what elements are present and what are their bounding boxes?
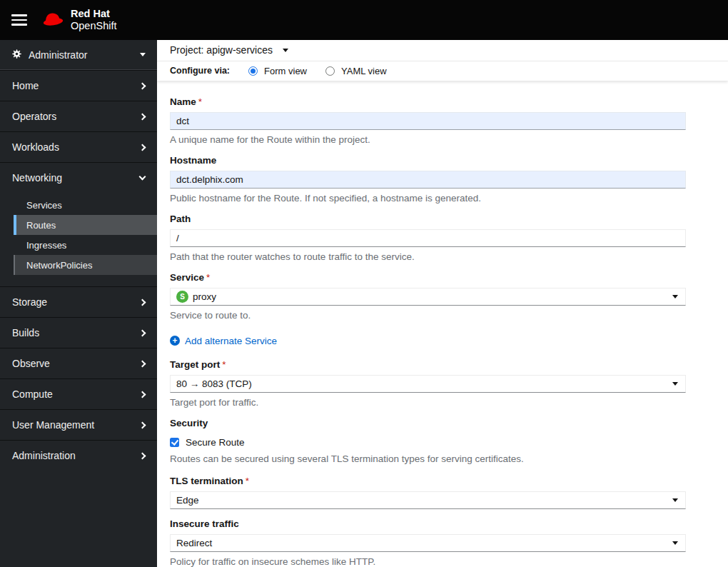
route-form: Name* dct A unique name for the Route wi…	[157, 81, 728, 567]
service-field-group: Service* S proxy Service to route to.	[170, 272, 686, 321]
sidebar-item-workloads[interactable]: Workloads	[0, 131, 157, 162]
service-value: proxy	[193, 291, 216, 302]
tls-termination-select[interactable]: Edge	[170, 491, 686, 509]
plus-circle-icon: +	[170, 336, 180, 346]
service-badge-icon: S	[176, 291, 188, 303]
caret-down-icon	[672, 498, 678, 502]
caret-down-icon	[672, 541, 678, 545]
sidebar-item-routes[interactable]: Routes	[14, 215, 157, 235]
sidebar-item-operators[interactable]: Operators	[0, 101, 157, 131]
service-label: Service*	[170, 272, 686, 284]
perspective-switcher[interactable]: Administrator	[0, 40, 157, 70]
tls-termination-field-group: TLS termination* Edge	[170, 476, 686, 509]
perspective-label: Administrator	[29, 49, 87, 61]
sidebar-item-networkpolicies[interactable]: NetworkPolicies	[14, 255, 157, 275]
name-value: dct	[176, 116, 189, 126]
chevron-right-icon	[139, 298, 146, 306]
target-port-value: 80 → 8083 (TCP)	[176, 378, 252, 389]
path-field-group: Path / Path that the router watches to r…	[170, 214, 686, 263]
sidebar-item-label: NetworkPolicies	[26, 260, 92, 271]
required-marker: *	[222, 359, 226, 370]
sidebar-item-observe[interactable]: Observe	[0, 348, 157, 378]
service-select[interactable]: S proxy	[170, 288, 686, 306]
required-marker: *	[246, 476, 249, 486]
chevron-down-icon	[139, 174, 146, 181]
sidebar-item-user-management[interactable]: User Management	[0, 409, 157, 440]
project-label: Project: apigw-services	[170, 44, 273, 56]
caret-down-icon	[672, 295, 678, 298]
radio-selected-icon	[248, 66, 258, 76]
chevron-right-icon	[139, 421, 146, 428]
hostname-field-group: Hostname dct.delphix.com Public hostname…	[170, 155, 686, 204]
radio-unselected-icon	[325, 66, 335, 76]
sidebar-item-label: Routes	[26, 220, 56, 231]
add-alternate-service-label: Add alternate Service	[185, 336, 277, 346]
radio-label: YAML view	[341, 66, 387, 76]
insecure-traffic-helper: Policy for traffic on insecure schemes l…	[170, 556, 686, 567]
main-content: Project: apigw-services Configure via: F…	[157, 40, 728, 567]
yaml-view-radio[interactable]: YAML view	[325, 66, 387, 76]
hostname-input[interactable]: dct.delphix.com	[170, 171, 686, 189]
sidebar-item-label: Workloads	[12, 141, 59, 153]
sidebar-item-compute[interactable]: Compute	[0, 378, 157, 409]
path-label: Path	[170, 214, 686, 225]
insecure-traffic-value: Redirect	[176, 538, 212, 548]
configure-via-label: Configure via:	[170, 66, 230, 76]
security-section: Security Secure Route Routes can be secu…	[170, 418, 686, 465]
sidebar-item-services[interactable]: Services	[14, 195, 157, 215]
masthead: Red Hat OpenShift	[0, 0, 728, 40]
tls-termination-value: Edge	[176, 495, 199, 506]
name-helper: A unique name for the Route within the p…	[170, 134, 686, 146]
sidebar-item-label: Home	[12, 80, 39, 91]
sidebar-item-networking[interactable]: Networking	[0, 162, 157, 193]
insecure-traffic-field-group: Insecure traffic Redirect Policy for tra…	[170, 518, 686, 567]
sidebar-item-label: Ingresses	[26, 240, 66, 251]
radio-label: Form view	[264, 66, 307, 76]
secure-route-checkbox[interactable]: Secure Route	[170, 437, 686, 448]
sidebar-item-builds[interactable]: Builds	[0, 317, 157, 348]
sidebar-item-label: User Management	[12, 419, 94, 431]
sidebar-item-label: Observe	[12, 358, 50, 369]
path-helper: Path that the router watches to route tr…	[170, 251, 686, 263]
hostname-helper: Public hostname for the Route. If not sp…	[170, 193, 686, 204]
sidebar-item-label: Builds	[12, 327, 39, 338]
checkbox-checked-icon	[170, 438, 179, 447]
sidebar-item-administration[interactable]: Administration	[0, 440, 157, 471]
chevron-right-icon	[139, 391, 146, 398]
cogs-icon	[11, 49, 22, 61]
networking-subnav: Services Routes Ingresses NetworkPolicie…	[0, 193, 157, 286]
service-helper: Service to route to.	[170, 310, 686, 321]
insecure-traffic-select[interactable]: Redirect	[170, 534, 686, 552]
chevron-right-icon	[139, 82, 146, 89]
path-input[interactable]: /	[170, 229, 686, 247]
sidebar-item-label: Services	[26, 200, 62, 211]
target-port-label: Target port*	[170, 359, 686, 371]
caret-down-icon	[672, 382, 678, 386]
tls-termination-label: TLS termination*	[170, 476, 686, 487]
hamburger-menu-icon[interactable]	[11, 14, 27, 26]
sidebar-item-label: Compute	[12, 388, 53, 400]
sidebar-item-label: Networking	[12, 172, 62, 184]
security-label: Security	[170, 418, 686, 429]
insecure-traffic-label: Insecure traffic	[170, 518, 686, 530]
brand-line1: Red Hat	[71, 8, 117, 20]
add-alternate-service-link[interactable]: + Add alternate Service	[170, 336, 686, 346]
name-input[interactable]: dct	[170, 112, 686, 130]
secure-route-label: Secure Route	[186, 437, 245, 448]
sidebar-item-label: Operators	[12, 111, 56, 122]
sidebar-item-storage[interactable]: Storage	[0, 286, 157, 317]
sidebar-item-label: Administration	[12, 450, 76, 461]
sidebar-item-ingresses[interactable]: Ingresses	[14, 235, 157, 255]
chevron-right-icon	[139, 144, 146, 151]
form-view-radio[interactable]: Form view	[248, 66, 307, 76]
target-port-field-group: Target port* 80 → 8083 (TCP) Target port…	[170, 359, 686, 408]
required-marker: *	[206, 272, 210, 283]
target-port-select[interactable]: 80 → 8083 (TCP)	[170, 375, 686, 393]
brand-line2: OpenShift	[71, 20, 117, 32]
chevron-right-icon	[139, 113, 146, 120]
project-selector[interactable]: Project: apigw-services	[157, 40, 728, 61]
chevron-right-icon	[139, 360, 146, 367]
hostname-label: Hostname	[170, 155, 686, 166]
sidebar-item-home[interactable]: Home	[0, 70, 157, 101]
required-marker: *	[198, 96, 202, 107]
